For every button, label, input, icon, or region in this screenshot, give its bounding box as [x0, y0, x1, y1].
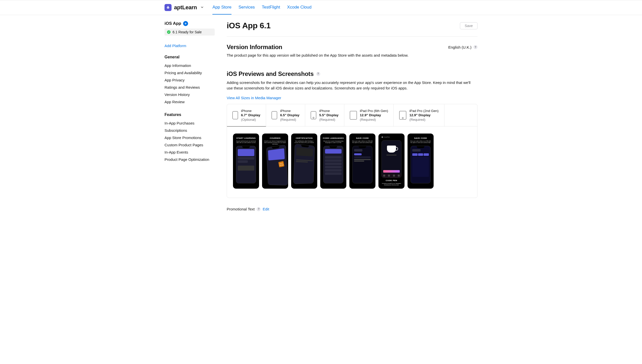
- status-ready-icon: [167, 30, 171, 34]
- edit-promo-link[interactable]: Edit: [263, 207, 269, 211]
- screenshot-3[interactable]: CERTIFICATION Get certifications after f…: [291, 134, 317, 189]
- top-bar: aptLearn App Store Services TestFlight X…: [0, 0, 642, 15]
- device-tab-iphone-65[interactable]: iPhone 6.5" Display (Required): [266, 104, 305, 127]
- iphone-icon: [232, 111, 238, 119]
- sidebar-item-iap[interactable]: In-App Purchases: [165, 119, 215, 127]
- screenshot-4[interactable]: CODE LANGUAGES Choose from a pool of pro…: [320, 134, 346, 189]
- sidebar-item-app-information[interactable]: App Information: [165, 62, 215, 69]
- svg-point-0: [168, 6, 169, 7]
- chevron-down-icon[interactable]: [200, 6, 204, 10]
- device-tabs: iPhone 6.7" Display (Optional) iPhone 6.…: [227, 104, 477, 127]
- sidebar-item-page-optimization[interactable]: Product Page Optimization: [165, 156, 215, 163]
- screenshot-7[interactable]: SAVE CODE Give your code a title on our …: [408, 134, 434, 189]
- device-screenshots-box: iPhone 6.7" Display (Optional) iPhone 6.…: [227, 104, 477, 198]
- group-title: General: [165, 55, 215, 59]
- language-label[interactable]: English (U.K.): [448, 45, 471, 49]
- screenshot-1[interactable]: START LEARNING Acquire technical and non…: [233, 134, 259, 189]
- sidebar-group-general: General App Information Pricing and Avai…: [165, 55, 215, 105]
- media-manager-link[interactable]: View All Sizes in Media Manager: [227, 96, 281, 100]
- previews-heading: iOS Previews and Screenshots: [227, 70, 314, 77]
- sidebar-group-features: Features In-App Purchases Subscriptions …: [165, 112, 215, 163]
- tab-services[interactable]: Services: [238, 1, 255, 15]
- sidebar-item-ratings-reviews[interactable]: Ratings and Reviews: [165, 84, 215, 91]
- ipad-home-icon: [399, 111, 406, 119]
- version-status[interactable]: 6.1 Ready for Sale: [165, 29, 215, 36]
- screenshot-6[interactable]: ⬤ CodePen CODE PEN Immerse yourself in o…: [378, 134, 405, 189]
- tab-xcode-cloud[interactable]: Xcode Cloud: [287, 1, 311, 15]
- ipad-icon: [350, 111, 357, 119]
- previews-description: Adding screenshots for the newest device…: [227, 80, 477, 91]
- app-name: aptLearn: [174, 4, 197, 11]
- sidebar-item-version-history[interactable]: Version History: [165, 91, 215, 98]
- sidebar-item-pricing[interactable]: Pricing and Availability: [165, 69, 215, 76]
- sidebar-item-app-review[interactable]: App Review: [165, 98, 215, 105]
- device-tab-ipad-2gen[interactable]: iPad Pro (2nd Gen) 12.9" Display (Requir…: [394, 104, 444, 127]
- app-logo-icon: [165, 4, 172, 11]
- version-info-description: The product page for this app version wi…: [227, 53, 477, 58]
- save-button[interactable]: Save: [460, 22, 477, 29]
- help-icon[interactable]: ?: [257, 207, 261, 211]
- tab-testflight[interactable]: TestFlight: [262, 1, 280, 15]
- page-title: iOS App 6.1: [227, 21, 271, 30]
- help-icon[interactable]: ?: [473, 45, 477, 49]
- sidebar-item-events[interactable]: In-App Events: [165, 149, 215, 156]
- screenshot-5[interactable]: SAVE CODE Give your code a title on our …: [349, 134, 375, 189]
- screenshots-row: START LEARNING Acquire technical and non…: [227, 127, 477, 198]
- status-text: 6.1 Ready for Sale: [173, 30, 202, 34]
- sidebar-item-subscriptions[interactable]: Subscriptions: [165, 127, 215, 134]
- top-nav: App Store Services TestFlight Xcode Clou…: [212, 1, 311, 15]
- device-tab-iphone-67[interactable]: iPhone 6.7" Display (Optional): [227, 104, 266, 127]
- promo-text-label: Promotional Text: [227, 207, 255, 211]
- sidebar: iOS App 6.1 Ready for Sale Add Platform …: [165, 21, 215, 211]
- sidebar-item-app-privacy[interactable]: App Privacy: [165, 76, 215, 84]
- screenshot-2[interactable]: COURSES Enroll in our school of engineer…: [262, 134, 288, 189]
- iphone-home-icon: [311, 111, 316, 119]
- device-tab-ipad-6gen[interactable]: iPad Pro (6th Gen) 12.9" Display (Requir…: [344, 104, 394, 127]
- add-version-button[interactable]: [183, 21, 188, 26]
- group-title: Features: [165, 112, 215, 117]
- add-platform-link[interactable]: Add Platform: [165, 44, 186, 48]
- device-tab-iphone-55[interactable]: iPhone 5.5" Display (Required): [305, 104, 344, 127]
- tab-app-store[interactable]: App Store: [212, 1, 231, 15]
- help-icon[interactable]: ?: [316, 72, 320, 76]
- sidebar-item-custom-pages[interactable]: Custom Product Pages: [165, 141, 215, 149]
- iphone-icon: [272, 111, 277, 119]
- platform-label: iOS App: [165, 21, 181, 26]
- version-info-heading: Version Information: [227, 44, 282, 51]
- sidebar-item-promotions[interactable]: App Store Promotions: [165, 134, 215, 141]
- main-content: iOS App 6.1 Save Version Information Eng…: [227, 21, 477, 211]
